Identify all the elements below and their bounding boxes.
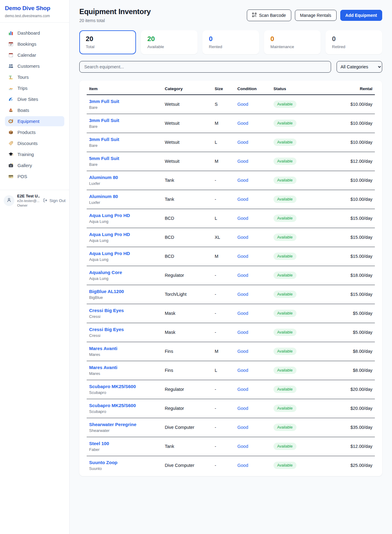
column-header-condition: Condition <box>235 81 271 95</box>
rental-price: $18.00/day <box>320 266 375 285</box>
table-row: Aqua Lung Pro HDAqua LungBCDLGoodAvailab… <box>87 209 375 228</box>
sign-out-button[interactable]: Sign Out <box>43 198 66 204</box>
item-category: Mask <box>162 323 212 342</box>
item-name-link[interactable]: Scubapro MK25/S600 <box>89 384 160 389</box>
stat-card-rented[interactable]: 0Rented <box>202 30 259 54</box>
sidebar-item-trips[interactable]: Trips <box>5 83 64 93</box>
sidebar-item-tours[interactable]: Tours <box>5 72 64 82</box>
condition-link[interactable]: Good <box>237 463 248 468</box>
sidebar-item-discounts[interactable]: Discounts <box>5 138 64 148</box>
tours-icon <box>8 74 13 80</box>
item-brand: Cressi <box>89 314 160 319</box>
status-badge: Available <box>273 158 296 165</box>
item-name-link[interactable]: Scubapro MK25/S600 <box>89 403 160 408</box>
sidebar-item-label: Products <box>17 130 36 135</box>
sidebar-item-label: Boats <box>17 108 29 113</box>
item-name-link[interactable]: BigBlue AL1200 <box>89 289 160 294</box>
scan-barcode-button[interactable]: Scan Barcode <box>247 10 291 21</box>
condition-link[interactable]: Good <box>237 444 248 449</box>
item-name-link[interactable]: 3mm Full Suit <box>89 118 160 123</box>
stat-card-retired[interactable]: 0Retired <box>326 30 382 54</box>
sign-out-label: Sign Out <box>49 198 66 203</box>
rental-price: $20.00/day <box>320 399 375 418</box>
item-name-link[interactable]: Steel 100 <box>89 441 160 446</box>
condition-link[interactable]: Good <box>237 387 248 392</box>
item-name-link[interactable]: Aqualung Core <box>89 270 160 275</box>
sidebar-item-pos[interactable]: POS <box>5 171 64 181</box>
condition-link[interactable]: Good <box>237 425 248 430</box>
condition-link[interactable]: Good <box>237 368 248 373</box>
brand-domain: demo.test.divestreams.com <box>5 14 64 18</box>
sidebar-item-training[interactable]: Training <box>5 149 64 159</box>
add-equipment-button[interactable]: Add Equipment <box>340 10 382 21</box>
category-select[interactable]: All Categories <box>337 61 382 73</box>
status-badge: Available <box>273 234 296 241</box>
item-size: - <box>212 190 235 209</box>
condition-link[interactable]: Good <box>237 121 248 126</box>
item-name-link[interactable]: Mares Avanti <box>89 365 160 370</box>
sidebar-item-customers[interactable]: Customers <box>5 61 64 71</box>
condition-link[interactable]: Good <box>237 406 248 411</box>
condition-link[interactable]: Good <box>237 216 248 221</box>
equipment-table: ItemCategorySizeConditionStatusRental 3m… <box>87 81 375 475</box>
condition-link[interactable]: Good <box>237 235 248 240</box>
item-category: Tank <box>162 437 212 456</box>
table-row: Scubapro MK25/S600ScubaproRegulator-Good… <box>87 399 375 418</box>
condition-link[interactable]: Good <box>237 140 248 145</box>
item-name-link[interactable]: 3mm Full Suit <box>89 99 160 104</box>
sidebar-item-dashboard[interactable]: Dashboard <box>5 28 64 38</box>
item-brand: Aqua Lung <box>89 257 160 262</box>
item-name-link[interactable]: Cressi Big Eyes <box>89 327 160 332</box>
item-name-link[interactable]: Aqua Lung Pro HD <box>89 232 160 237</box>
rental-price: $5.00/day <box>320 304 375 323</box>
condition-link[interactable]: Good <box>237 102 248 107</box>
condition-link[interactable]: Good <box>237 273 248 278</box>
page-title: Equipment Inventory <box>79 7 151 16</box>
item-name-link[interactable]: Suunto Zoop <box>89 460 160 465</box>
sidebar-item-gallery[interactable]: Gallery <box>5 160 64 170</box>
item-category: Regulator <box>162 399 212 418</box>
manage-rentals-button[interactable]: Manage Rentals <box>295 10 337 21</box>
status-badge: Available <box>273 443 296 450</box>
condition-link[interactable]: Good <box>237 159 248 164</box>
item-size: M <box>212 247 235 266</box>
products-icon <box>8 130 13 135</box>
item-name-link[interactable]: Aluminum 80 <box>89 194 160 199</box>
rental-price: $8.00/day <box>320 342 375 361</box>
item-name-link[interactable]: Mares Avanti <box>89 346 160 351</box>
sidebar-item-label: Dive Sites <box>17 97 38 102</box>
sidebar-item-equipment[interactable]: Equipment <box>5 116 64 126</box>
item-size: L <box>212 209 235 228</box>
item-name-link[interactable]: 3mm Full Suit <box>89 137 160 142</box>
condition-link[interactable]: Good <box>237 178 248 183</box>
stat-card-total[interactable]: 20Total <box>79 30 136 54</box>
table-row: Aqualung CoreAqua LungRegulator-GoodAvai… <box>87 266 375 285</box>
item-category: Wetsuit <box>162 114 212 133</box>
item-name-link[interactable]: 5mm Full Suit <box>89 156 160 161</box>
search-input[interactable] <box>79 61 331 73</box>
sidebar-item-calendar[interactable]: Calendar <box>5 50 64 60</box>
item-name-link[interactable]: Cressi Big Eyes <box>89 308 160 313</box>
condition-link[interactable]: Good <box>237 254 248 259</box>
item-name-link[interactable]: Shearwater Peregrine <box>89 422 160 427</box>
status-badge: Available <box>273 139 296 146</box>
sidebar-item-products[interactable]: Products <box>5 127 64 137</box>
sidebar-item-bookings[interactable]: 17Bookings <box>5 39 64 49</box>
condition-link[interactable]: Good <box>237 292 248 297</box>
stat-card-maintenance[interactable]: 0Maintenance <box>264 30 321 54</box>
sidebar-item-dive-sites[interactable]: Dive Sites <box>5 94 64 104</box>
item-name-link[interactable]: Aqua Lung Pro HD <box>89 213 160 218</box>
condition-link[interactable]: Good <box>237 311 248 316</box>
item-name-link[interactable]: Aqua Lung Pro HD <box>89 251 160 256</box>
stat-label: Maintenance <box>270 44 314 49</box>
status-badge: Available <box>273 462 296 469</box>
item-size: - <box>212 456 235 475</box>
item-size: L <box>212 133 235 152</box>
condition-link[interactable]: Good <box>237 349 248 354</box>
item-name-link[interactable]: Aluminum 80 <box>89 175 160 180</box>
sidebar-item-boats[interactable]: Boats <box>5 105 64 115</box>
condition-link[interactable]: Good <box>237 197 248 202</box>
condition-link[interactable]: Good <box>237 330 248 335</box>
stat-card-available[interactable]: 20Available <box>141 30 198 54</box>
avatar <box>4 195 14 206</box>
